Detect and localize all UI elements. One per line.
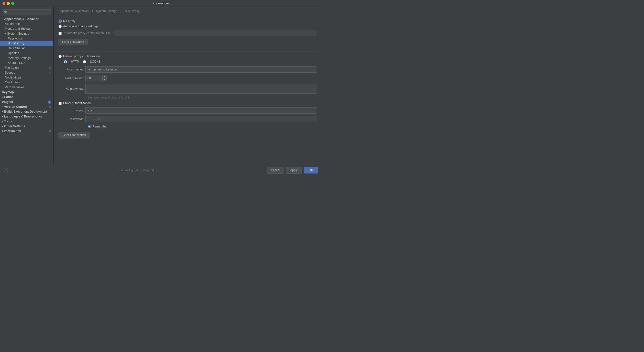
host-name-label: Host name: — [58, 68, 85, 71]
breadcrumb-part-1: System Settings — [96, 9, 117, 13]
content-area: Appearance & Behavior › System Settings … — [54, 7, 322, 164]
password-row: Password: — [58, 116, 317, 122]
remember-checkbox[interactable] — [88, 125, 91, 128]
help-icon-label: ? — [5, 169, 7, 172]
port-decrement-button[interactable]: ▼ — [102, 78, 107, 82]
no-proxy-radio[interactable] — [58, 20, 62, 23]
proxy-auth-row: Proxy authentication — [58, 102, 317, 105]
search-icon: 🔍 — [4, 10, 8, 14]
host-name-input[interactable] — [85, 66, 317, 73]
http-label[interactable]: HTTP — [71, 60, 79, 64]
triangle-icon: ▸ — [2, 110, 3, 113]
cancel-button[interactable]: Cancel — [267, 167, 284, 174]
sidebar-item-plugins[interactable]: Plugins 3 — [0, 100, 54, 104]
sidebar-item-experimental[interactable]: Experimental ⚙ — [0, 129, 54, 134]
sidebar-item-data-sharing[interactable]: Data Sharing — [0, 46, 54, 51]
proxy-auth-label[interactable]: Proxy authentication — [63, 102, 91, 105]
sidebar-item-file-colors[interactable]: File Colors ⚙ — [0, 65, 54, 70]
proxy-auth-checkbox[interactable] — [58, 102, 62, 105]
sidebar-item-languages-frameworks[interactable]: ▸ Languages & Frameworks — [0, 114, 54, 119]
login-input[interactable] — [85, 107, 317, 114]
search-box[interactable]: 🔍 — [2, 9, 52, 15]
spinner-buttons[interactable]: ▲ ▼ — [102, 75, 107, 82]
no-proxy-row: No proxy — [58, 19, 317, 23]
auto-detect-row: Auto-detect proxy settings — [58, 24, 317, 28]
sidebar-item-build-execution[interactable]: ▸ Build, Execution, Deployment — [0, 109, 54, 114]
title-bar: Preferences — [0, 0, 322, 7]
port-input[interactable] — [85, 75, 102, 82]
sidebar-item-appearance[interactable]: Appearance — [0, 22, 54, 26]
triangle-icon: ▾ — [4, 33, 7, 34]
auto-config-checkbox[interactable] — [58, 32, 62, 35]
sidebar-item-label: HTTP Proxy — [8, 42, 24, 45]
password-label: Password: — [58, 118, 85, 121]
remember-row: Remember — [58, 125, 317, 128]
auto-config-url-input[interactable] — [114, 30, 317, 36]
password-input[interactable] — [85, 116, 317, 122]
breadcrumb-part-2: HTTP Proxy — [124, 9, 140, 13]
no-proxy-label[interactable]: No proxy — [63, 19, 75, 23]
window-controls[interactable] — [2, 2, 14, 5]
manual-proxy-label[interactable]: Manual proxy configuration — [63, 54, 100, 58]
help-button[interactable]: ? — [4, 168, 8, 172]
sidebar-item-editor[interactable]: ▸ Editor — [0, 94, 54, 100]
sidebar-group-label: Appearance & Behavior — [4, 17, 38, 21]
check-connection-button[interactable]: Check connection — [58, 132, 90, 138]
sidebar-item-scopes[interactable]: Scopes ⚙ — [0, 70, 54, 75]
sidebar-item-other-settings[interactable]: ▸ Other Settings — [0, 124, 54, 129]
triangle-icon: ▸ — [2, 96, 3, 98]
sidebar-item-appearance-behavior[interactable]: ▾ Appearance & Behavior — [0, 16, 54, 22]
port-spinner[interactable]: ▲ ▼ — [85, 75, 107, 82]
sidebar-item-passwords[interactable]: Passwords — [0, 36, 54, 41]
sidebar-item-label: Notifications — [5, 76, 22, 79]
sidebar-item-keymap[interactable]: Keymap — [0, 90, 54, 94]
socks-label[interactable]: SOCKS — [90, 60, 101, 64]
sidebar: 🔍 ▾ Appearance & Behavior Appearance Men… — [0, 7, 54, 164]
sidebar-item-version-control[interactable]: ▸ Version Control ⚙ — [0, 104, 54, 109]
port-number-row: Port number: ▲ ▼ — [58, 75, 317, 82]
sidebar-group-label: Version Control — [4, 105, 27, 108]
separator — [58, 52, 317, 52]
sidebar-item-notifications[interactable]: Notifications — [0, 75, 54, 80]
socks-radio[interactable] — [83, 60, 86, 64]
no-proxy-for-input[interactable] — [85, 84, 317, 94]
sidebar-group-label: Build, Execution, Deployment — [4, 110, 47, 113]
plugins-badge: 3 — [48, 100, 52, 104]
search-input[interactable] — [9, 10, 49, 14]
sidebar-item-http-proxy[interactable]: HTTP Proxy — [0, 41, 54, 46]
sidebar-item-memory-settings[interactable]: Memory Settings — [0, 56, 54, 60]
remember-label[interactable]: Remember — [92, 125, 108, 128]
sidebar-item-label: Menus and Toolbars — [5, 27, 32, 30]
sidebar-item-android-sdk[interactable]: Android SDK — [0, 60, 54, 65]
sidebar-item-updates[interactable]: Updates — [0, 51, 54, 56]
sidebar-item-path-variables[interactable]: Path Variables — [0, 85, 54, 90]
sidebar-item-label: System Settings — [7, 32, 29, 35]
sidebar-item-system-settings[interactable]: ▾ System Settings — [0, 31, 54, 36]
example-text: Example: *.domain.com, 192.168.* — [58, 96, 317, 99]
clear-passwords-button[interactable]: Clear passwords — [58, 39, 88, 45]
triangle-icon: ▸ — [2, 120, 3, 122]
sidebar-item-tools[interactable]: ▸ Tools — [0, 119, 54, 124]
auto-detect-radio[interactable] — [58, 25, 62, 28]
apply-button[interactable]: Apply — [286, 167, 302, 174]
triangle-icon: ▸ — [2, 125, 3, 128]
auto-detect-label[interactable]: Auto-detect proxy settings — [63, 24, 98, 28]
auto-config-label[interactable]: Automatic proxy configuration URL: — [64, 32, 112, 35]
login-label: Login: — [58, 109, 85, 112]
http-socks-row: HTTP SOCKS — [58, 60, 317, 64]
sidebar-item-label: Memory Settings — [8, 56, 31, 60]
port-increment-button[interactable]: ▲ — [102, 75, 107, 78]
http-radio[interactable] — [64, 60, 67, 64]
sidebar-item-label: File Colors — [5, 66, 20, 70]
sidebar-item-menus-toolbars[interactable]: Menus and Toolbars — [0, 26, 54, 31]
sidebar-group-label: Languages & Frameworks — [4, 115, 42, 118]
manual-proxy-radio[interactable] — [58, 55, 62, 58]
maximize-button[interactable] — [11, 2, 14, 5]
sidebar-item-quick-lists[interactable]: Quick Lists — [0, 80, 54, 85]
sidebar-group-label: Editor — [4, 95, 13, 99]
minimize-button[interactable] — [7, 2, 10, 5]
breadcrumb: Appearance & Behavior › System Settings … — [54, 7, 322, 15]
close-button[interactable] — [2, 2, 5, 5]
ok-button[interactable]: OK — [304, 167, 318, 174]
window-title: Preferences — [152, 2, 170, 5]
